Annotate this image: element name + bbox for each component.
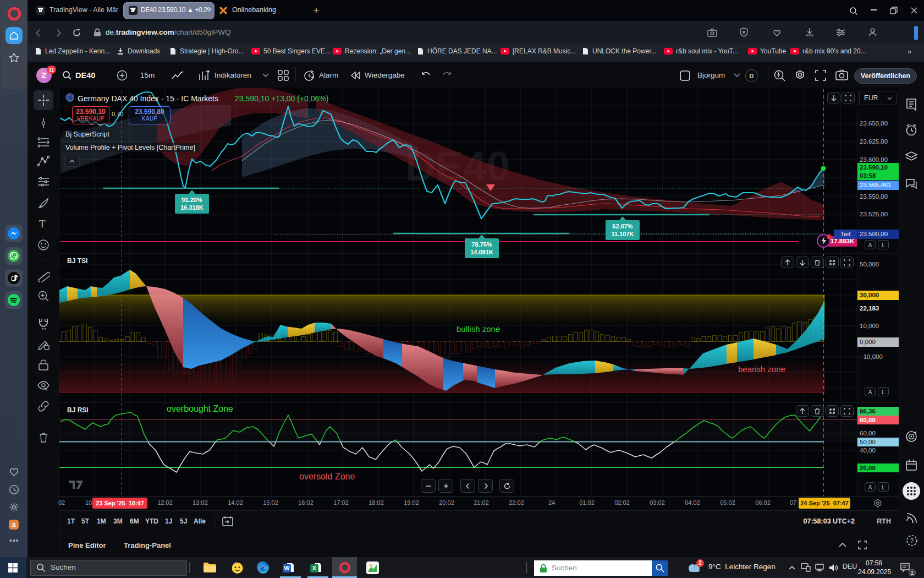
svg-text:bearish zone: bearish zone	[738, 364, 785, 374]
svg-text:?: ?	[910, 537, 914, 544]
svg-text:bullish zone: bullish zone	[457, 324, 500, 334]
svg-text:oversold Zone: oversold Zone	[299, 472, 355, 481]
svg-text:overbought Zone: overbought Zone	[167, 404, 233, 413]
